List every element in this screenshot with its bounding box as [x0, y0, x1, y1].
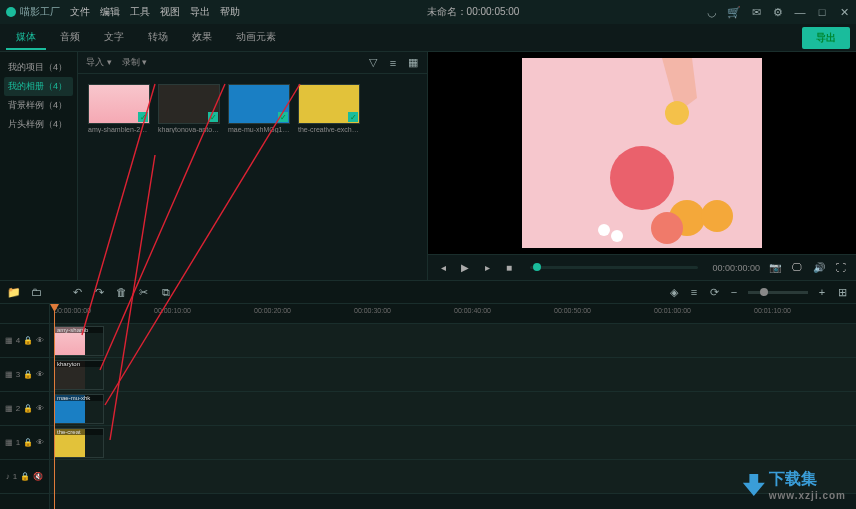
- minimize-icon[interactable]: —: [794, 6, 806, 18]
- import-dropdown[interactable]: 导入 ▾: [86, 56, 112, 69]
- undo-icon[interactable]: ↶: [72, 286, 84, 298]
- zoom-out-icon[interactable]: −: [728, 286, 740, 298]
- svg-point-6: [598, 224, 610, 236]
- new-folder-icon[interactable]: 📁: [8, 286, 20, 298]
- delete-icon[interactable]: 🗑: [116, 286, 128, 298]
- display-icon[interactable]: 🖵: [790, 261, 804, 275]
- eye-icon[interactable]: 👁: [36, 370, 44, 379]
- volume-icon[interactable]: 🔊: [812, 261, 826, 275]
- export-button[interactable]: 导出: [802, 27, 850, 49]
- folder-icon[interactable]: 🗀: [30, 286, 42, 298]
- sidebar-item-album[interactable]: 我的相册（4）: [4, 77, 73, 96]
- time-ruler[interactable]: 00:00:00:00 00:00:10:00 00:00:20:00 00:0…: [50, 304, 856, 324]
- tab-audio[interactable]: 音频: [50, 26, 90, 50]
- media-item[interactable]: kharytonova-antonina-FC: [158, 84, 220, 133]
- media-thumb[interactable]: [158, 84, 220, 124]
- marker-icon[interactable]: ◈: [668, 286, 680, 298]
- track-header[interactable]: ▦1🔒👁: [0, 426, 49, 460]
- message-icon[interactable]: ✉: [750, 6, 762, 18]
- user-icon[interactable]: ◡: [706, 6, 718, 18]
- timeline-clip[interactable]: mae-mu-xhk: [54, 394, 104, 424]
- video-track[interactable]: the-creat: [50, 426, 856, 460]
- play-button[interactable]: ▶: [458, 261, 472, 275]
- timeline-clip[interactable]: kharyton: [54, 360, 104, 390]
- menu-file[interactable]: 文件: [70, 5, 90, 19]
- menu-view[interactable]: 视图: [160, 5, 180, 19]
- media-content: 导入 ▾ 录制 ▾ ▽ ≡ ▦ amy-shamblen-2UEk0IhL26Y…: [78, 52, 427, 280]
- tab-effect[interactable]: 效果: [182, 26, 222, 50]
- svg-point-7: [611, 230, 623, 242]
- menu-tools[interactable]: 工具: [130, 5, 150, 19]
- media-item[interactable]: mae-mu-xhMGg1YBIIA-unsp: [228, 84, 290, 133]
- app-name: 喵影工厂: [20, 5, 60, 19]
- zoom-slider[interactable]: [748, 291, 808, 294]
- media-panel: 我的项目（4） 我的相册（4） 背景样例（4） 片头样例（4） 导入 ▾ 录制 …: [0, 52, 428, 280]
- eye-icon[interactable]: 👁: [36, 438, 44, 447]
- lock-icon[interactable]: 🔒: [20, 472, 30, 481]
- media-thumb[interactable]: [298, 84, 360, 124]
- record-dropdown[interactable]: 录制 ▾: [122, 56, 148, 69]
- menu-export[interactable]: 导出: [190, 5, 210, 19]
- video-track[interactable]: mae-mu-xhk: [50, 392, 856, 426]
- zoom-fit-icon[interactable]: ⊞: [836, 286, 848, 298]
- progress-handle[interactable]: [533, 263, 541, 271]
- track-header[interactable]: ▦3🔒👁: [0, 358, 49, 392]
- cart-icon[interactable]: 🛒: [728, 6, 740, 18]
- playhead[interactable]: [54, 304, 55, 509]
- mixer-icon[interactable]: ≡: [688, 286, 700, 298]
- prev-frame-button[interactable]: ◂: [436, 261, 450, 275]
- lock-icon[interactable]: 🔒: [23, 404, 33, 413]
- preview-progress[interactable]: [530, 266, 698, 269]
- media-item[interactable]: amy-shamblen-2UEk0IhL26Y: [88, 84, 150, 133]
- maximize-icon[interactable]: □: [816, 6, 828, 18]
- redo-icon[interactable]: ↷: [94, 286, 106, 298]
- zoom-in-icon[interactable]: +: [816, 286, 828, 298]
- settings-icon[interactable]: ⚙: [772, 6, 784, 18]
- audio-track[interactable]: [50, 460, 856, 494]
- tab-transition[interactable]: 转场: [138, 26, 178, 50]
- track-header[interactable]: ▦4🔒👁: [0, 324, 49, 358]
- lock-icon[interactable]: 🔒: [23, 370, 33, 379]
- next-frame-button[interactable]: ▸: [480, 261, 494, 275]
- stop-button[interactable]: ■: [502, 261, 516, 275]
- lock-icon[interactable]: 🔒: [23, 336, 33, 345]
- eye-icon[interactable]: 👁: [36, 336, 44, 345]
- cut-icon[interactable]: ✂: [138, 286, 150, 298]
- sidebar-item-project[interactable]: 我的项目（4）: [4, 58, 73, 77]
- timeline-clip[interactable]: the-creat: [54, 428, 104, 458]
- timeline-clip[interactable]: amy-shamb: [54, 326, 104, 356]
- track-header[interactable]: ▦2🔒👁: [0, 392, 49, 426]
- tab-media[interactable]: 媒体: [6, 26, 46, 50]
- mute-icon[interactable]: 🔇: [33, 472, 43, 481]
- tab-text[interactable]: 文字: [94, 26, 134, 50]
- sidebar-item-intro[interactable]: 片头样例（4）: [4, 115, 73, 134]
- media-thumb[interactable]: [88, 84, 150, 124]
- menu-help[interactable]: 帮助: [220, 5, 240, 19]
- audio-track-header[interactable]: ♪1🔒🔇: [0, 460, 49, 494]
- fullscreen-icon[interactable]: ⛶: [834, 261, 848, 275]
- copy-icon[interactable]: ⧉: [160, 286, 172, 298]
- sort-icon[interactable]: ≡: [387, 57, 399, 69]
- snapshot-icon[interactable]: 📷: [768, 261, 782, 275]
- zoom-handle[interactable]: [760, 288, 768, 296]
- media-sidebar: 我的项目（4） 我的相册（4） 背景样例（4） 片头样例（4）: [0, 52, 78, 280]
- render-icon[interactable]: ⟳: [708, 286, 720, 298]
- lock-icon[interactable]: 🔒: [23, 438, 33, 447]
- filter-icon[interactable]: ▽: [367, 57, 379, 69]
- tracks-area[interactable]: 00:00:00:00 00:00:10:00 00:00:20:00 00:0…: [50, 304, 856, 509]
- media-thumb[interactable]: [228, 84, 290, 124]
- media-item[interactable]: the-creative-exchange-x: [298, 84, 360, 133]
- timeline: ▦4🔒👁 ▦3🔒👁 ▦2🔒👁 ▦1🔒👁 ♪1🔒🔇 00:00:00:00 00:…: [0, 304, 856, 509]
- menu-edit[interactable]: 编辑: [100, 5, 120, 19]
- video-track[interactable]: amy-shamb: [50, 324, 856, 358]
- eye-icon[interactable]: 👁: [36, 404, 44, 413]
- tab-motion[interactable]: 动画元素: [226, 26, 286, 50]
- video-track[interactable]: kharyton: [50, 358, 856, 392]
- timeline-toolstrip: 📁 🗀 ↶ ↷ 🗑 ✂ ⧉ ◈ ≡ ⟳ − + ⊞: [0, 280, 856, 304]
- grid-view-icon[interactable]: ▦: [407, 57, 419, 69]
- ruler-tick: 00:00:20:00: [254, 307, 291, 314]
- sidebar-item-background[interactable]: 背景样例（4）: [4, 96, 73, 115]
- preview-viewport[interactable]: [428, 52, 856, 254]
- close-icon[interactable]: ✕: [838, 6, 850, 18]
- titlebar-right: ◡ 🛒 ✉ ⚙ — □ ✕: [706, 6, 850, 18]
